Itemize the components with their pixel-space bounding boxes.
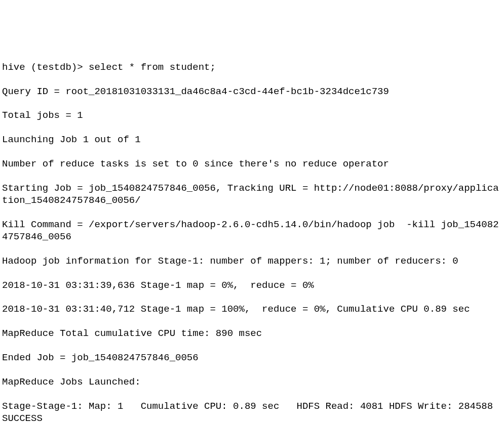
ended-job-line: Ended Job = job_1540824757846_0056 — [2, 352, 502, 364]
launching-line: Launching Job 1 out of 1 — [2, 134, 502, 146]
starting-job-line: Starting Job = job_1540824757846_0056, T… — [2, 183, 502, 207]
stage-summary-line: Stage-Stage-1: Map: 1 Cumulative CPU: 0.… — [2, 401, 502, 423]
kill-command-line: Kill Command = /export/servers/hadoop-2.… — [2, 219, 502, 243]
progress-line-2: 2018-10-31 03:31:40,712 Stage-1 map = 10… — [2, 304, 502, 316]
prompt: hive (testdb)> — [2, 62, 89, 73]
total-jobs-line: Total jobs = 1 — [2, 110, 502, 122]
mapreduce-launched-line: MapReduce Jobs Launched: — [2, 376, 502, 389]
terminal-output: hive (testdb)> select * from student; Qu… — [0, 49, 504, 423]
prompt-line: hive (testdb)> select * from student; — [2, 62, 502, 74]
hadoop-info-line: Hadoop job information for Stage-1: numb… — [2, 256, 502, 268]
query-id-line: Query ID = root_20181031033131_da46c8a4-… — [2, 86, 502, 98]
progress-line-1: 2018-10-31 03:31:39,636 Stage-1 map = 0%… — [2, 280, 502, 292]
mapreduce-total-line: MapReduce Total cumulative CPU time: 890… — [2, 328, 502, 340]
reduce-tasks-line: Number of reduce tasks is set to 0 since… — [2, 158, 502, 171]
sql-command: select * from student; — [89, 62, 216, 73]
